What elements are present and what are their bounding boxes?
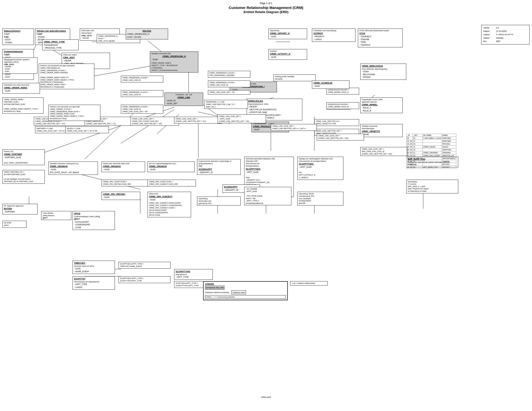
crmd-opport-h-box: Opportunity CRMD_OPPORT_H - GUID — [268, 28, 307, 39]
legend-item-db-relatie: DATABASE RELATIE — [205, 286, 286, 290]
orderadm-i-link-note: ORDERADM_I== LINK CRMD_LINK-OBJTYPE (= b… — [204, 100, 248, 109]
crmd-orderadm-h-link-note2: CRMD_ORDERADM_H-GUID = CRMD_LINK_GUID-HI… — [121, 105, 163, 114]
scaptseg-scapttxt-note: SCAPPTSEG-APPT_TYPE = SCAPTTYPE-APPT_TYP… — [118, 276, 171, 283]
sub-title: Entiteit Relatie Diagram (ERD) — [0, 10, 532, 14]
versie-value: 0.4 — [496, 27, 527, 29]
scpriot-box: Prioriteiten met omschrijving SCPRIOT - … — [312, 28, 355, 42]
crmd-link-note2: CRMD_ORDERADM_H-GUID = CRMD_LINK_GUID-HI — [121, 90, 163, 97]
bu-value: ERP — [496, 40, 527, 43]
legend-item-db-tabelomschrijving: Database tabelomschrijving Database tabe… — [205, 290, 286, 294]
crmd-link-note1: CRMD_ORDERADM_H-GUID = CRMD_LINK_GUID-HI — [121, 76, 163, 83]
scapttxt-box: SCAPTTXT Omschrijving van afspraaksoort … — [73, 276, 115, 290]
scaptseg-timecuev-note: SCAPPTSEG-APPT_TYPE = TIMECUEV-NAME_EVEN… — [118, 262, 171, 269]
opslag-afspraken-box: Opslag voor aandraagbare afspraken (30)(… — [297, 157, 343, 180]
crmd-brelvonae-box: CRMD_BRELVONAE Extra attributen objectko… — [360, 64, 406, 80]
statusschemas-box: Statusschema's TJ30T TJ20 - ISTAT - STSM… — [2, 28, 34, 45]
crmc-objects-box: Zakelijke transactie-deelsobjecttype CRM… — [360, 124, 403, 137]
legend-crmc-note: CRMC_* => Customizing tabellen — [205, 295, 286, 299]
sales-link-note: SALES==> LINK: CRMD_LINK_GUID_SET = '05'… — [65, 126, 109, 133]
meta-info-box: Versie:0.4 Datum:27-10-2003 Auteur:A. (A… — [481, 25, 530, 45]
main-title: Customer Relationship Management (CRM) — [0, 6, 532, 10]
set-org-box: Set van organisatiegegevens (21) CRMD_OR… — [148, 161, 195, 172]
but000-box: ZP: Algemene gegevens BUT000 - PARTNER — [2, 204, 38, 215]
crmd-partner-note: CRMD_PARTNER_NO = BUT000-PARTNER_GUID Le… — [2, 170, 45, 184]
page-header: Page 1 of 1 Customer Relationship Manage… — [0, 0, 532, 14]
one-n-relaties-note: 1 op n relaties relatievelden — [290, 281, 328, 286]
crmd-link-objtype-hi-note: CRMD_LINK_OBJTYPE_HI = CRMC_OBJECTS-TYPE — [314, 119, 359, 126]
wff-data-pho-note: Opmerking: P_CLASS: WFF_DATA_P = WFF Dat… — [406, 180, 458, 193]
timecuev-box: TIMECUEV Symbolic name for event - GUID … — [73, 261, 115, 274]
diagram-area: Versie:0.4 Datum:27-10-2003 Auteur:A. (A… — [0, 15, 532, 402]
crmd-link-guid-notes-3: CRMD_LINK_GUID_SET = CRMD_SRV_OSSET-GUID… — [131, 117, 179, 126]
crmd-link-guid-set-note: CRMD_LINK_GUID_SET = '06' — [208, 90, 250, 94]
auteur-label: Auteur: — [483, 33, 496, 36]
sector-label: Sector: — [483, 37, 496, 40]
db-mapping-table: _HI _SET DE-TABEL NAME 05 02 <<DB-TABEL>… — [406, 134, 456, 169]
footer-text: CRM-SAP — [0, 396, 532, 398]
crmc-proc-type-box: CRMC_PROC_TYPE Transactiesoort - PROCESS… — [42, 39, 79, 50]
crmd-activity-h-box: Activiteit CRMD_ACTIVITY_H - GUID — [268, 49, 307, 60]
crmd-sales-box: Zakelijke transactie verkoopset (11) CRM… — [48, 161, 98, 175]
bu-label: BU: — [483, 40, 496, 43]
sector-value: Industry — [496, 37, 527, 40]
crmd-orderadm-h-guid-link2: CRMD_ORDERADM_H-GUID = CRMD_LINK_GUID_HI — [208, 81, 250, 87]
crmd-partner-box: Partner (07) CRMD_PARTNER - PARTNER_GUID… — [2, 149, 45, 165]
crmd-link-guid-58: CRMD_LINK_GUID_SET = (CRMD_LINK_OBJTYPE_… — [317, 134, 364, 140]
svg-line-13 — [121, 110, 174, 143]
wff-data-pho-loio-note: CRMD_LINK_GUID_SET = WFF_DATA_PHO_LOIO_I… — [360, 147, 408, 156]
opmerking-tpg-note: Opmerking: Wordt vooralsnog bij TPG voor… — [297, 192, 343, 206]
crmd-srv-subject-guid-note: CRMD_SRV_OSSET-GUID = CRMD_SRV_SUBJECT-G… — [148, 180, 196, 187]
ssrelroles-role-a: SSRELROLES-ROLEID = CRMD_BINREL-ROLE_A — [326, 88, 359, 94]
code-teksten-note: Code-teksten (uitleg teksten) QPCT — [41, 211, 71, 220]
crmd-link-guid-notes-appl: CRMD_LINK_GUID_SET = - APPL_GUID (CRMD_L… — [218, 114, 266, 123]
crmd-orderadm-h-guid-link: CRMD_ORDERADM_H-GUID = PRD_ORDERADM_I-HE… — [208, 71, 250, 78]
crmd-srv-osset-note: CRMD_SRV_OSSET-GUID = CRMD_SRV_REFOBJ-GU… — [102, 180, 150, 187]
gegenereerde-afspraken-box: Gegenereerde afspraken (regelmatige of g… — [197, 159, 241, 175]
ssrelroles-role-b: SSRELROLES-ROLEID = CRMD_BINREL-ROLE_B — [326, 102, 359, 109]
indeling-positie-note: Indeling positie zakelijke transactie — [273, 75, 316, 81]
scappttype-box: SCAPPTTYPE Afspraaksoort - APPT_TYPE — [174, 269, 213, 280]
stxh-box: STXD SAPscript teksbestand header STXH -… — [358, 28, 403, 47]
opmerking-note: Opmerking: Wordt bijha niet gebruikt bij… — [197, 196, 241, 206]
auteur-value: A. (Alwin) van de Put — [496, 33, 527, 36]
crmd-link-box: Transactie - set - link CRMD_LINK - GUID… — [164, 93, 203, 106]
qpcd-box: QPCD Controlecatalogus codes (uitleg) QP… — [73, 211, 115, 230]
crmd-order-index-box: Indextabel one-order-document CRMD_ORDER… — [2, 83, 40, 93]
wijzigingsdocumenten-note: Wijzigingsdocumenten systeem- registrati… — [2, 57, 38, 74]
partners-taak-note: Partners van transactie van type taak CR… — [48, 105, 100, 121]
datum-value: 27-10-2003 — [496, 30, 527, 33]
crmd-link-guid-notes-4: CRMD_LINK_GUID_SET = (CRMD_LINK_OBJTYPE_… — [174, 117, 222, 123]
datum-label: Datum: — [483, 30, 496, 33]
partners-transactie-note: Partners van transactie van type transac… — [39, 64, 94, 89]
crmd-schedlin-box: CRMD_SCHEDLIN - GUID — [312, 81, 349, 89]
sc-owner-note: - SC_OWNER - APPT_GUID - TST_FROM (Vanaf… — [244, 187, 291, 205]
zie-erd-adres-note: Zie ERD adres — [2, 221, 27, 228]
versie-label: Versie: — [483, 27, 496, 29]
crmd-srv-subject-status-box: Statuscode CRMD_SRV_SUBJECT - GUID CRMD_… — [148, 192, 191, 217]
crmd-orderadm-h-main: Zakelijke transactie (05) CRMD_ORDERADM_… — [150, 51, 198, 73]
crmd-srv-subject-box: Statuscode referentie-object (29) CRMD_O… — [102, 161, 145, 172]
crmd-link-guid-set-db: CRMD_LINK_GUID_SET = CRMD_LINK-OBJTYPE_S… — [271, 124, 317, 131]
crmd-binrel-box: Koppelingen tussen CRM-applicatie-object… — [360, 97, 403, 113]
crmd-srv-refobj-box: CRMD_SRV_REFOBJ - GUID — [102, 192, 140, 200]
legend-box: Legenda: DATABASE RELATIE Database tabel… — [203, 281, 288, 300]
order-index-fields-note: CRMD_ORDER_INDEX- PARTNER_GUID = BUT000-… — [2, 97, 44, 114]
ingang-box: INGANG CRMD_ORDERADM_H- GUID = [GUID] — [126, 28, 168, 39]
